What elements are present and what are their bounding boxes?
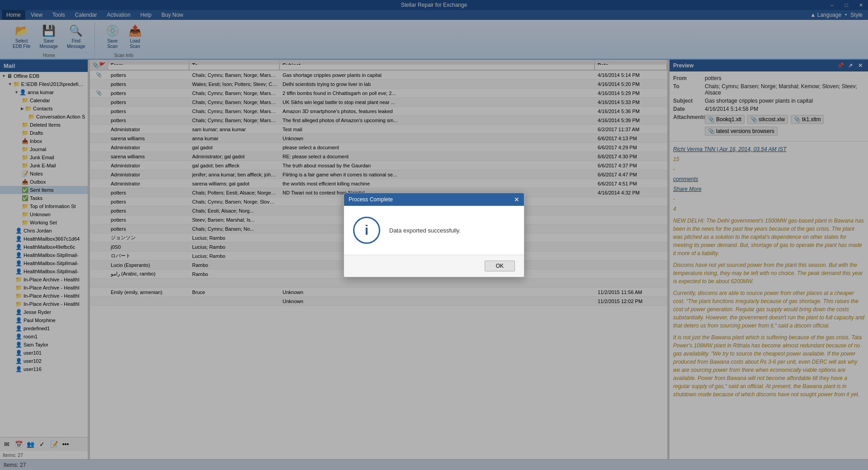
modal-body: i Data exported successfully.: [344, 206, 524, 255]
modal-dialog: Process Complete ✕ i Data exported succe…: [344, 193, 524, 277]
modal-info-icon: i: [353, 217, 380, 244]
modal-message: Data exported successfully.: [389, 227, 461, 234]
modal-overlay: Process Complete ✕ i Data exported succe…: [0, 0, 868, 470]
modal-footer: OK: [344, 255, 524, 277]
modal-title-bar: Process Complete ✕: [344, 193, 524, 206]
modal-ok-button[interactable]: OK: [485, 261, 515, 271]
modal-close-btn[interactable]: ✕: [514, 196, 519, 203]
modal-title: Process Complete: [349, 196, 393, 203]
